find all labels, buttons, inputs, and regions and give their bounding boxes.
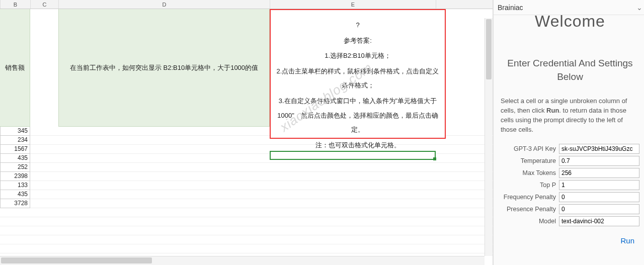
label-freq-penalty: Frequency Penalty [501,194,559,201]
input-freq-penalty[interactable] [559,192,639,202]
chevron-down-icon[interactable]: ⌄ [636,4,642,12]
column-headers: B C D E [0,0,493,9]
label-pres-penalty: Presence Penalty [501,206,559,213]
answer-step-2: 2.点击主菜单栏的样式，鼠标移到条件格式，点击自定义条件格式； [276,64,440,93]
col-header-e[interactable]: E [270,0,436,9]
label-api-key: GPT-3 API Key [501,145,559,152]
input-temperature[interactable] [559,156,639,166]
input-max-tokens[interactable] [559,168,639,178]
cell-e1-answer-box[interactable]: ? 参考答案: 1.选择B2:B10单元格； 2.点击主菜单栏的样式，鼠标移到条… [270,9,446,139]
answer-step-1: 1.选择B2:B10单元格； [276,49,440,63]
v-scroll-thumb[interactable] [486,19,492,79]
input-top-p[interactable] [559,180,639,190]
input-pres-penalty[interactable] [559,204,639,214]
label-top-p: Top P [501,182,559,189]
input-model[interactable] [559,216,639,226]
spreadsheet-grid[interactable]: B C D E 销售额 在当前工作表中，如何突出显示 B2:B10单元格中，大于… [0,0,493,265]
col-header-c[interactable]: C [31,0,59,9]
pane-title: Brainiac [498,4,523,12]
cell-b5[interactable]: 435 [0,154,30,163]
cell-b10[interactable]: 3728 [0,199,30,208]
label-max-tokens: Max Tokens [501,169,559,176]
cell-d1-prompt[interactable]: 在当前工作表中，如何突出显示 B2:B10单元格中，大于1000的值 [58,9,270,127]
pane-header: Brainiac ⌄ [494,0,644,15]
settings-form: GPT-3 API Key Temperature Max Tokens Top… [501,144,639,226]
answer-title: 参考答案: [276,34,440,48]
pane-welcome-heading: Welcome [501,15,639,31]
active-cell-e[interactable] [270,151,436,160]
cell-b7[interactable]: 2398 [0,172,30,181]
label-temperature: Temperature [501,157,559,164]
pane-description: Select a cell or a single unbroken colum… [501,97,639,134]
cell-b2[interactable]: 345 [0,127,30,136]
cell-b9[interactable]: 435 [0,190,30,199]
run-button[interactable]: Run [620,236,634,245]
cell-b8[interactable]: 133 [0,181,30,190]
label-model: Model [501,218,559,225]
col-header-b[interactable]: B [1,0,31,9]
cell-b3[interactable]: 234 [0,136,30,145]
pane-subheading: Enter Credential And Settings Below [501,57,639,83]
h-scroll-thumb[interactable] [1,257,152,263]
cell-b4[interactable]: 1567 [0,145,30,154]
col-header-d[interactable]: D [59,0,270,9]
answer-step-3: 3.在自定义条件格式窗口中，输入条件为"单元格值大于1000"，然后点击颜色处，… [276,94,440,137]
cell-b1-label[interactable]: 销售额 [0,9,30,127]
answer-question-mark: ? [276,18,440,33]
cell-b6[interactable]: 252 [0,163,30,172]
horizontal-scrollbar[interactable] [0,256,485,265]
input-api-key[interactable] [559,144,639,154]
task-pane: Brainiac ⌄ Welcome Enter Credential And … [493,0,644,265]
vertical-scrollbar[interactable] [485,18,493,256]
